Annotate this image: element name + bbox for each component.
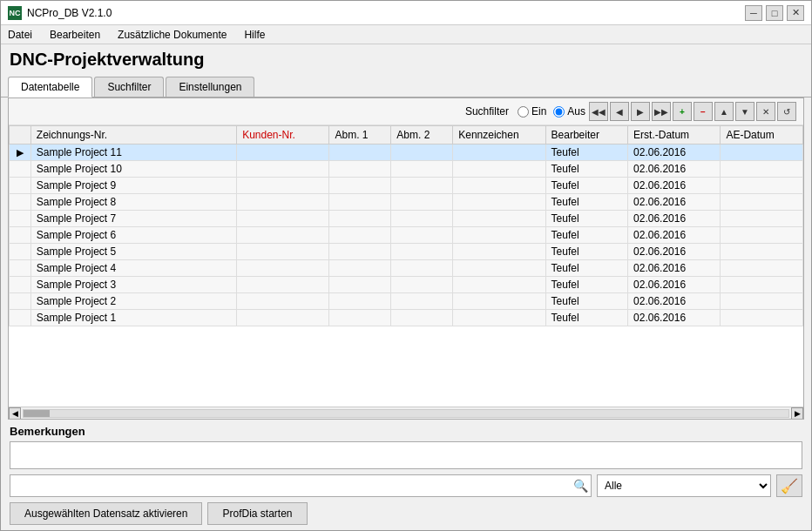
bemerkungen-input[interactable] (10, 441, 802, 469)
cell-kennzeichen (453, 145, 545, 161)
cell-abm2 (391, 293, 453, 310)
cell-bearbeiter: Teufel (545, 293, 628, 310)
cell-abm2 (391, 277, 453, 293)
nav-remove-button[interactable]: − (694, 102, 713, 121)
cell-zeichnungsNr: Sample Project 5 (30, 244, 236, 260)
hscroll-right-arrow[interactable]: ▶ (791, 407, 803, 420)
menu-bearbeiten[interactable]: Bearbeiten (46, 27, 104, 43)
app-title: DNC-Projektverwaltung (1, 44, 811, 73)
cell-kennzeichen (453, 277, 545, 293)
cell-bearbeiter: Teufel (545, 161, 628, 178)
cell-abm1 (329, 293, 391, 310)
search-input[interactable] (10, 474, 592, 497)
horizontal-scrollbar[interactable]: ◀ ▶ (9, 407, 803, 419)
cell-kundenNr (237, 161, 329, 178)
maximize-button[interactable]: □ (766, 5, 783, 21)
tab-suchfilter[interactable]: Suchfilter (94, 77, 164, 97)
search-row: 🔍 Alle 🧹 (10, 474, 802, 497)
cell-abm2 (391, 145, 453, 161)
nav-prev-button[interactable]: ◀ (610, 102, 629, 121)
search-icon: 🔍 (573, 479, 588, 493)
tab-datentabelle[interactable]: Datentabelle (8, 77, 92, 97)
table-row[interactable]: Sample Project 7Teufel02.06.2016 (10, 211, 803, 227)
hscroll-left-arrow[interactable]: ◀ (9, 407, 21, 420)
close-button[interactable]: ✕ (787, 5, 804, 21)
cell-indicator (10, 244, 31, 260)
cell-zeichnungsNr: Sample Project 7 (30, 211, 236, 227)
table-row[interactable]: Sample Project 2Teufel02.06.2016 (10, 293, 803, 310)
cell-kundenNr (237, 145, 329, 161)
cell-aeDatum (721, 277, 803, 293)
cell-bearbeiter: Teufel (545, 178, 628, 194)
cell-zeichnungsNr: Sample Project 6 (30, 227, 236, 244)
table-row[interactable]: Sample Project 1Teufel02.06.2016 (10, 310, 803, 326)
nav-up-button[interactable]: ▲ (714, 102, 734, 121)
cell-aeDatum (721, 260, 803, 277)
minimize-button[interactable]: ─ (745, 5, 762, 21)
table-row[interactable]: Sample Project 4Teufel02.06.2016 (10, 260, 803, 277)
cell-kundenNr (237, 310, 329, 326)
hscroll-track[interactable] (23, 409, 789, 418)
cell-bearbeiter: Teufel (545, 277, 628, 293)
nav-add-button[interactable]: + (673, 102, 692, 121)
search-icon-button[interactable]: 🔍 (571, 476, 590, 495)
col-ae-datum[interactable]: AE-Datum (721, 126, 803, 145)
radio-aus-input[interactable] (553, 106, 565, 118)
col-zeichnungs-nr[interactable]: Zeichnungs-Nr. (30, 126, 236, 145)
nav-first-button[interactable]: ◀◀ (589, 102, 608, 121)
menu-datei[interactable]: Datei (4, 27, 36, 43)
table-row[interactable]: Sample Project 3Teufel02.06.2016 (10, 277, 803, 293)
nav-next-button[interactable]: ▶ (631, 102, 650, 121)
cell-kennzeichen (453, 244, 545, 260)
menu-hilfe[interactable]: Hilfe (240, 27, 268, 43)
col-erst-datum[interactable]: Erst.-Datum (628, 126, 721, 145)
cell-indicator (10, 277, 31, 293)
col-indicator (10, 126, 31, 145)
col-kennzeichen[interactable]: Kennzeichen (453, 126, 545, 145)
filter-dropdown[interactable]: Alle (597, 474, 771, 497)
radio-aus[interactable]: Aus (553, 105, 585, 118)
table-container[interactable]: Zeichnungs-Nr. Kunden-Nr. Abm. 1 Abm. 2 … (9, 125, 803, 407)
cell-erstDatum: 02.06.2016 (628, 244, 721, 260)
cell-zeichnungsNr: Sample Project 3 (30, 277, 236, 293)
main-window: NC NCPro_DB V2.1.0 ─ □ ✕ Datei Bearbeite… (0, 0, 812, 531)
profdia-button[interactable]: ProfDia starten (207, 502, 307, 525)
cell-kundenNr (237, 211, 329, 227)
cell-erstDatum: 02.06.2016 (628, 161, 721, 178)
hscroll-thumb[interactable] (24, 410, 50, 417)
table-row[interactable]: Sample Project 10Teufel02.06.2016 (10, 161, 803, 178)
radio-ein[interactable]: Ein (518, 105, 546, 118)
col-bearbeiter[interactable]: Bearbeiter (545, 126, 628, 145)
nav-buttons: ◀◀ ◀ ▶ ▶▶ + − ▲ ▼ ✕ ↺ (589, 102, 796, 121)
table-row[interactable]: Sample Project 9Teufel02.06.2016 (10, 178, 803, 194)
col-abm1[interactable]: Abm. 1 (329, 126, 391, 145)
cell-bearbeiter: Teufel (545, 310, 628, 326)
cell-indicator (10, 211, 31, 227)
cell-kennzeichen (453, 178, 545, 194)
nav-cancel-button[interactable]: ✕ (756, 102, 775, 121)
tab-einstellungen[interactable]: Einstellungen (166, 77, 254, 97)
cell-aeDatum (721, 310, 803, 326)
table-row[interactable]: Sample Project 6Teufel02.06.2016 (10, 227, 803, 244)
broom-button[interactable]: 🧹 (776, 474, 802, 497)
col-kunden-nr[interactable]: Kunden-Nr. (237, 126, 329, 145)
table-row[interactable]: Sample Project 8Teufel02.06.2016 (10, 194, 803, 211)
activate-record-button[interactable]: Ausgewählten Datensatz aktivieren (10, 502, 202, 525)
table-row[interactable]: ▶Sample Project 11Teufel02.06.2016 (10, 145, 803, 161)
nav-down-button[interactable]: ▼ (735, 102, 754, 121)
cell-zeichnungsNr: Sample Project 4 (30, 260, 236, 277)
nav-refresh-button[interactable]: ↺ (777, 102, 796, 121)
cell-abm1 (329, 211, 391, 227)
cell-erstDatum: 02.06.2016 (628, 260, 721, 277)
cell-kennzeichen (453, 293, 545, 310)
col-abm2[interactable]: Abm. 2 (391, 126, 453, 145)
cell-indicator (10, 161, 31, 178)
table-header: Zeichnungs-Nr. Kunden-Nr. Abm. 1 Abm. 2 … (10, 126, 803, 145)
menu-zusaetzliche[interactable]: Zusätzliche Dokumente (114, 27, 230, 43)
table-row[interactable]: Sample Project 5Teufel02.06.2016 (10, 244, 803, 260)
content-area: Suchfilter Ein Aus ◀◀ ◀ ▶ ▶▶ + − ▲ ▼ (8, 97, 804, 420)
cell-erstDatum: 02.06.2016 (628, 277, 721, 293)
radio-ein-input[interactable] (518, 106, 529, 118)
nav-last-button[interactable]: ▶▶ (652, 102, 671, 121)
cell-kundenNr (237, 260, 329, 277)
